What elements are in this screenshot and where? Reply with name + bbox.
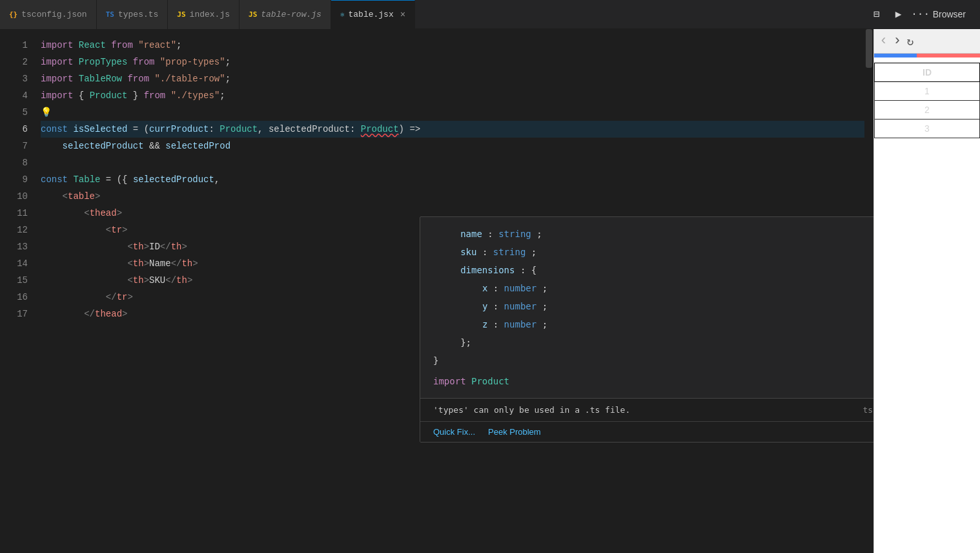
tab-bar: {} tsconfig.json TS types.ts JS index.js… [0,0,980,29]
tab-table-jsx[interactable]: ⚛ table.jsx × [331,0,415,29]
th-sku-close: th [176,272,187,289]
punct-1: ; [176,37,181,54]
line-num-1: 1 [0,37,28,54]
tooltip-overlay: name : string ; sku : string ; dimension… [420,216,873,443]
gt-13b: > [181,238,187,255]
refresh-button[interactable]: ↻ [906,34,914,48]
lt-15b: </ [165,272,176,289]
split-editor-button[interactable]: ⊟ [867,5,886,24]
table-row-2: 2 [875,101,980,120]
selectedproduct-9: selectedProduct [133,171,214,188]
code-line-2: import PropTypes from "prop-types" ; [41,54,864,70]
code-line-8 [41,154,864,171]
str-react: "react" [138,37,176,54]
comma-6: , [258,121,269,138]
browser-content: ID 1 2 3 [874,54,980,553]
kw-from-2: from [133,54,160,70]
back-button[interactable]: ‹ [879,33,888,49]
kw-import-3: import [41,70,79,87]
kw-import-1: import [41,37,79,54]
tab-label-tsconfig: tsconfig.json [21,10,87,19]
peek-problem-link[interactable]: Peek Problem [488,427,541,437]
product-type-6b: Product [361,121,399,138]
code-line-9: const Table = ({ selectedProduct , [41,171,864,188]
th-name-tag: th [133,255,144,272]
tr-tag: tr [111,222,122,238]
react-ident: React [79,37,111,54]
line-num-13: 13 [0,238,28,255]
kw-import-4: import [41,87,79,104]
jsx-icon: ⚛ [340,10,345,19]
punct-3: ; [225,70,230,87]
tooltip-actions: Quick Fix... Peek Problem [420,421,873,442]
tooltip-code-block: name : string ; sku : string ; dimension… [420,217,873,398]
line-num-9: 9 [0,171,28,188]
tooltip-error-code: ts(8010) [863,405,873,415]
tr-close-tag: tr [117,289,128,306]
lt-14b: </ [171,255,182,272]
th-name-close: th [181,255,192,272]
table-cell-3: 3 [875,120,980,138]
line-num-15: 15 [0,272,28,289]
scrollbar-thumb [866,29,872,68]
str-proptypes: "prop-types" [160,54,225,70]
lt-13b: </ [160,238,171,255]
str-types: "./types" [171,87,220,104]
paren-close-6: ) [399,121,410,138]
code-line-4: import { Product } from "./types" ; [41,87,864,104]
proptypes-ident: PropTypes [79,54,133,70]
th-id-tag: th [133,238,144,255]
tooltip-line-8: } [433,351,873,370]
quick-fix-link[interactable]: Quick Fix... [433,427,475,437]
thead-close-tag: thead [95,306,122,322]
parens-9: ({ [117,171,133,188]
gt-11: > [117,205,122,222]
code-line-7: selectedProduct && selectedProd [41,138,864,154]
close-icon[interactable]: × [400,10,405,20]
browser-panel: ‹ › ↻ ID 1 2 [873,29,980,553]
tab-tsconfig[interactable]: {} tsconfig.json [0,0,97,29]
eq-9: = [106,171,117,188]
lt-16: </ [106,289,117,306]
brace-open-4: { [79,87,90,104]
lt-12: < [106,222,111,238]
line-num-5: 5 [0,104,28,121]
tab-types[interactable]: TS types.ts [97,0,168,29]
tooltip-import-line: import Product [433,372,873,390]
name-text: Name [149,255,171,272]
gt-15a: > [144,272,149,289]
code-line-10: < table > [41,188,864,205]
tab-table-row[interactable]: JS table-row.js [240,0,331,29]
lt-10: < [63,188,68,205]
gt-13a: > [144,238,149,255]
product-type-6a: Product [219,121,258,138]
table-cell-2: 2 [875,101,980,120]
str-tablerow: "./table-row" [154,70,225,87]
table-cell-1: 1 [875,82,980,101]
tablerow-ident: TableRow [79,70,128,87]
tab-index[interactable]: JS index.js [168,0,240,29]
more-button[interactable]: ··· [911,5,930,24]
comma-9: , [214,171,219,188]
indent-13 [41,238,127,255]
table-header-id: ID [875,63,980,82]
split-icon: ⊟ [873,8,880,21]
lightbulb-icon[interactable]: 💡 [41,104,52,121]
tooltip-line-5: y : number ; [433,297,873,315]
gt-10: > [95,188,100,205]
run-button[interactable]: ▶ [889,5,908,24]
lt-15: < [127,272,132,289]
ts-icon: TS [106,10,114,19]
gt-17: > [122,306,127,322]
tab-actions: ⊟ ▶ ··· Browser [861,5,980,24]
tooltip-line-3: dimensions : { [433,261,873,279]
sku-text: SKU [149,272,165,289]
js-icon-index: JS [177,10,185,19]
line-num-8: 8 [0,154,28,171]
indent-10 [41,188,63,205]
browser-nav: ‹ › ↻ [874,29,980,54]
tooltip-line-6: z : number ; [433,315,873,333]
kw-from-1: from [111,37,138,54]
forward-button[interactable]: › [893,33,901,49]
eq-6: = [133,121,144,138]
